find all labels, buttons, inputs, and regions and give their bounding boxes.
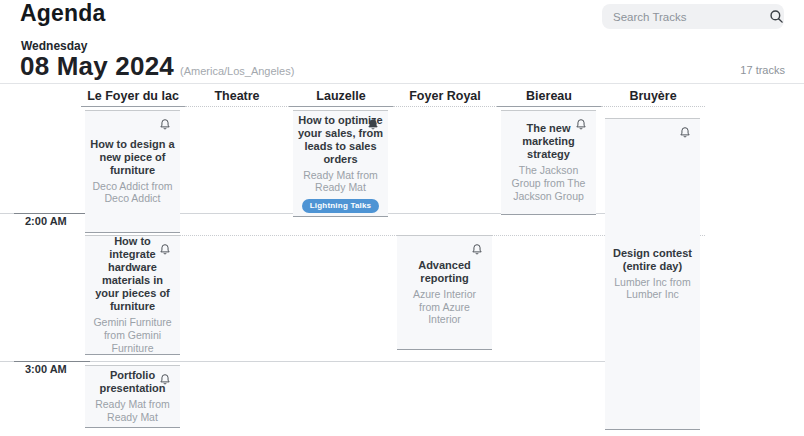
bell-outline-icon[interactable]: [471, 242, 483, 260]
event-speaker: Lumber Inc from Lumber Inc: [610, 276, 695, 302]
search-tracks-box[interactable]: [602, 4, 784, 29]
event-title: How to design a new piece of furniture: [90, 138, 175, 177]
timezone-label: (America/Los_Angeles): [180, 65, 294, 77]
tracks-count: 17 tracks: [740, 64, 785, 76]
event-speaker: The Jackson Group from The Jackson Group: [506, 164, 591, 202]
event-speaker: Deco Addict from Deco Addict: [90, 180, 175, 206]
event-speaker: Azure Interior from Azure Interior: [402, 288, 487, 326]
event-speaker: Ready Mat from Ready Mat: [90, 398, 175, 424]
lightning-talks-badge: Lightning Talks: [302, 199, 380, 213]
hour-line-gutter: [14, 361, 90, 362]
time-label: 2:00 AM: [25, 215, 67, 227]
column-header-biereau: Biereau: [497, 88, 601, 107]
bell-outline-icon[interactable]: [159, 372, 171, 390]
event-card[interactable]: The new marketing strategyThe Jackson Gr…: [501, 110, 596, 215]
bell-filled-icon[interactable]: [367, 117, 379, 135]
event-speaker: Ready Mat from Ready Mat: [298, 169, 383, 195]
event-title: Design contest (entire day): [610, 247, 695, 273]
search-icon[interactable]: [769, 9, 784, 24]
column-header-bruy-re: Bruyère: [601, 88, 705, 107]
time-label: 3:00 AM: [25, 363, 67, 375]
column-header-le-foyer-du-lac: Le Foyer du lac: [81, 88, 185, 107]
date-row: 08 May 2024(America/Los_Angeles): [20, 51, 294, 82]
event-speaker: Gemini Furniture from Gemini Furniture: [90, 316, 175, 354]
event-card[interactable]: How to integrate hardware materials in y…: [85, 235, 180, 355]
hour-line-gutter: [14, 213, 90, 214]
column-header-foyer-royal: Foyer Royal: [393, 88, 497, 107]
column-header-theatre: Theatre: [185, 88, 289, 107]
event-card[interactable]: How to optimize your sales, from leads t…: [293, 110, 388, 217]
bell-outline-icon[interactable]: [159, 242, 171, 260]
event-card[interactable]: Advanced reportingAzure Interior from Az…: [397, 235, 492, 350]
divider: [0, 83, 804, 84]
search-input[interactable]: [611, 10, 769, 24]
event-card[interactable]: Design contest (entire day)Lumber Inc fr…: [605, 118, 700, 430]
bell-outline-icon[interactable]: [575, 117, 587, 135]
event-card[interactable]: How to design a new piece of furnitureDe…: [85, 110, 180, 233]
event-card[interactable]: Portfolio presentationReady Mat from Rea…: [85, 365, 180, 428]
agenda-grid: 2:00 AM3:00 AMLe Foyer du lacHow to desi…: [0, 88, 804, 436]
bell-outline-icon[interactable]: [159, 117, 171, 135]
column-header-lauzelle: Lauzelle: [289, 88, 393, 107]
hour-line: [0, 361, 700, 362]
event-title: Advanced reporting: [402, 259, 487, 285]
date-label: 08 May 2024: [20, 51, 174, 81]
page-title: Agenda: [20, 0, 106, 27]
bell-outline-icon[interactable]: [679, 125, 691, 143]
